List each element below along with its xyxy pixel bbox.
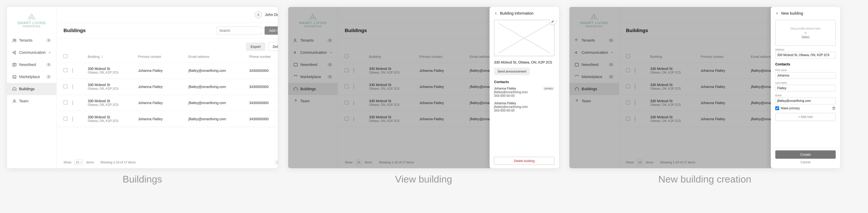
user-name: John Doe [265, 12, 278, 17]
search-input[interactable] [219, 29, 263, 33]
badge: 5 [46, 38, 51, 42]
row-contact: Johanna Flatley [138, 101, 187, 105]
contact-item: Johanna Flatley jflatley@smartliving.com… [494, 102, 555, 112]
column-phone[interactable]: Phone number [249, 55, 278, 59]
svg-point-3 [14, 100, 15, 101]
chevron-down-icon [48, 51, 51, 54]
select-all-checkbox[interactable] [64, 54, 67, 58]
address-field[interactable]: 330 Mcleod St, Ottawa, ON, K2P 2C5 [775, 52, 836, 59]
primary-chip: primary [543, 87, 555, 90]
image-dropzone[interactable]: Drop profile picture here or Select [775, 20, 836, 46]
user-icon [12, 99, 17, 103]
sidebar-item-tenants[interactable]: Tenants 5 [7, 34, 56, 46]
image-placeholder-icon [72, 84, 73, 89]
sidebar-item-label: Buildings [19, 87, 35, 91]
users-icon [12, 38, 17, 43]
row-phone: 3430000000 [249, 85, 278, 89]
image-placeholder-icon [72, 117, 73, 121]
row-address: 330 Mcleod StOttawa, ON, K2P 2C5 [88, 83, 118, 91]
brand-name: SMART LIVING [18, 21, 46, 25]
row-email: jflatley@smartliving.com [189, 101, 248, 105]
arrow-left-icon[interactable] [775, 12, 779, 15]
delete-building-button[interactable]: Delete building [494, 157, 555, 165]
create-button[interactable]: Create [775, 150, 836, 159]
bulk-actions: Export Delete [57, 39, 278, 51]
building-image-placeholder [494, 20, 555, 56]
svg-point-4 [258, 13, 259, 14]
row-checkbox[interactable] [64, 101, 67, 104]
sidebar-item-team[interactable]: Team [7, 95, 56, 107]
table-row[interactable]: 330 Mcleod StOttawa, ON, K2P 2C5Johanna … [57, 79, 278, 95]
sidebar-item-buildings[interactable]: Buildings [7, 83, 56, 95]
row-contact: Johanna Flatley [138, 85, 187, 89]
row-checkbox[interactable] [64, 84, 67, 88]
contact-phone: 343-000-00-00 [494, 94, 555, 98]
badge: 5 [46, 63, 51, 67]
export-button[interactable]: Export [246, 42, 265, 51]
column-building[interactable]: Building [88, 55, 100, 59]
last-name-field[interactable]: Flatley [775, 85, 836, 92]
pager-page-1[interactable]: 1 [275, 160, 278, 165]
trash-icon[interactable] [832, 106, 836, 110]
sidebar-item-communication[interactable]: Communication [7, 46, 56, 59]
screen-new-building: SMART LIVINGPROPERTIES Tenants5 Communic… [569, 7, 840, 168]
contacts-heading: Contacts [494, 80, 555, 84]
page-title: Buildings [64, 28, 86, 33]
caption: View building [395, 173, 452, 185]
search-box[interactable] [217, 26, 262, 35]
pagination: Show 15 items Showing 1-10 of 17 items 1… [57, 156, 278, 168]
sort-icon[interactable] [101, 55, 104, 58]
first-name-label: First name [775, 69, 836, 71]
table-row[interactable]: 330 Mcleod StOttawa, ON, K2P 2C5Johanna … [57, 95, 278, 111]
contact-email: jflatley@smartliving.com [494, 91, 555, 94]
email-label: Email [775, 94, 836, 97]
column-primary[interactable]: Primary contact [138, 55, 187, 59]
first-name-field[interactable]: Johanna [775, 72, 836, 79]
select-file-link[interactable]: Select [802, 35, 809, 38]
contact-item: primary Johanna Flatley jflatley@smartli… [494, 87, 555, 98]
top-bar: John Doe [57, 7, 278, 23]
cancel-button[interactable]: Cancel [775, 159, 836, 166]
send-announcement-button[interactable]: Send announcement [494, 68, 530, 75]
column-email[interactable]: Email address [189, 55, 248, 59]
svg-point-1 [15, 39, 16, 41]
last-name-label: Last name [775, 81, 836, 84]
make-primary-label: Make primary [781, 106, 800, 110]
table-row[interactable]: 330 Mcleod StOttawa, ON, K2P 2C5Johanna … [57, 63, 278, 79]
row-phone: 3430000000 [249, 101, 278, 105]
screen-view-building: SMART LIVINGPROPERTIES Tenants5 Communic… [288, 7, 559, 168]
delete-button[interactable]: Delete [268, 42, 278, 51]
building-icon [12, 87, 17, 91]
panel-header: Building information [490, 7, 559, 20]
row-contact: Johanna Flatley [138, 117, 187, 121]
row-phone: 3430000000 [249, 117, 278, 121]
page-size-select[interactable]: 15 [74, 159, 83, 165]
table-row[interactable]: 330 Mcleod StOttawa, ON, K2P 2C5Johanna … [57, 111, 278, 127]
row-email: jflatley@smartliving.com [189, 69, 248, 73]
page-header: Buildings Add new [57, 23, 278, 39]
make-primary-checkbox[interactable] [775, 106, 779, 110]
image-placeholder-icon [72, 101, 73, 105]
row-contact: Johanna Flatley [138, 69, 187, 73]
pencil-icon [551, 20, 554, 23]
add-new-button[interactable]: Add new [265, 26, 278, 35]
row-checkbox[interactable] [64, 117, 67, 120]
sidebar-item-newsfeed[interactable]: Newsfeed 5 [7, 59, 56, 71]
panel-title: New building [781, 11, 803, 15]
row-address: 330 Mcleod StOttawa, ON, K2P 2C5 [88, 67, 118, 74]
row-checkbox[interactable] [64, 68, 67, 72]
avatar[interactable] [255, 11, 262, 18]
add-contact-button[interactable]: + Add new [775, 113, 836, 121]
row-address: 330 Mcleod StOttawa, ON, K2P 2C5 [88, 99, 118, 107]
panel-title: Building information [500, 11, 533, 15]
image-placeholder-icon [72, 68, 73, 73]
arrow-left-icon[interactable] [494, 12, 498, 15]
brand-sub: PROPERTIES [23, 25, 40, 28]
caption: Buildings [123, 173, 162, 185]
megaphone-icon [12, 50, 17, 55]
email-field[interactable]: jflatley@smartliving.com [775, 98, 836, 104]
table-header: Building Primary contact Email address P… [57, 51, 278, 63]
sidebar-item-label: Team [19, 99, 28, 103]
sidebar-item-marketplace[interactable]: Marketplace 5 [7, 71, 56, 83]
brand-logo: SMART LIVING PROPERTIES [7, 7, 56, 33]
